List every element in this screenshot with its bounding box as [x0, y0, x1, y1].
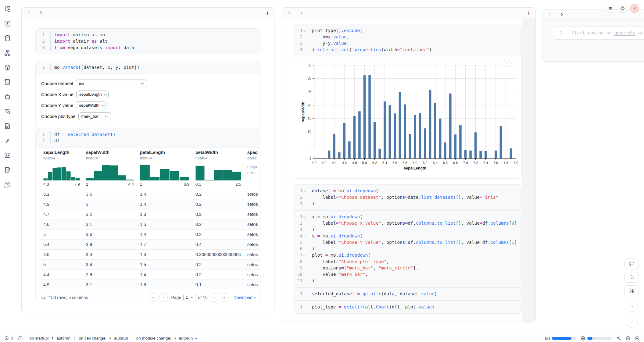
code-line[interactable]: 1x = mo.ui.dropdown(: [293, 214, 521, 220]
code-line[interactable]: 4y = mo.ui.dropdown(: [293, 233, 521, 239]
database-icon[interactable]: [2, 33, 13, 43]
function-icon[interactable]: [2, 18, 13, 29]
code-line[interactable]: 2 label="Choose X value", options=df.col…: [293, 220, 521, 226]
terminal-button[interactable]: [18, 336, 23, 341]
help-chat-icon[interactable]: [2, 179, 13, 190]
code-editor-encode[interactable]: 1plot_type().encode(2 x=x.value,3 y=y.va…: [293, 24, 521, 56]
code-line[interactable]: 9 options=["mark_bar", "mark_circle"],: [293, 265, 521, 271]
first-page-button[interactable]: «: [149, 293, 157, 301]
choose-y-value-select[interactable]: sepalWidth: [76, 102, 106, 109]
table-row[interactable]: 5.43.91.70.4setos: [40, 239, 260, 249]
run-button[interactable]: [626, 316, 638, 328]
command-shortcuts-button[interactable]: [624, 285, 639, 296]
fold-chevron-icon[interactable]: [303, 215, 306, 219]
prev-page-button[interactable]: ‹: [159, 293, 168, 301]
code-line[interactable]: 3): [293, 201, 521, 207]
table-row[interactable]: 53.61.40.2setos: [40, 229, 260, 239]
text-search-icon[interactable]: [2, 106, 13, 116]
table-row[interactable]: 4.931.40.2setos: [40, 199, 260, 209]
add-cell-button[interactable]: +: [266, 10, 269, 16]
empty-code-editor[interactable]: 1 Start coding or generate with: [553, 27, 644, 39]
next-page-button[interactable]: ›: [210, 293, 218, 301]
column-header-petalWidth[interactable]: petalWidthfloat640.12.5: [192, 150, 244, 187]
scroll-icon[interactable]: [2, 77, 13, 87]
table-row[interactable]: 53.41.50.2setos: [40, 259, 260, 269]
fold-chevron-icon[interactable]: [303, 29, 306, 32]
save-button[interactable]: [624, 258, 639, 269]
column-back-button[interactable]: [27, 11, 31, 15]
code-editor-imports[interactable]: 1import marimo as mo2import altair as al…: [36, 29, 260, 54]
code-line[interactable]: 8 label="Choose plot type",: [293, 258, 521, 265]
table-row[interactable]: 4.42.91.40.2setos: [40, 269, 260, 280]
code-editor-df[interactable]: 1df = selected_dataset()2df: [36, 128, 260, 147]
code-line[interactable]: 2 label="Choose dataset", options=data.l…: [293, 194, 521, 201]
code-line[interactable]: 10 value="mark_bar",: [293, 271, 521, 278]
column-forward-button[interactable]: [39, 11, 43, 15]
document-icon[interactable]: [2, 121, 13, 131]
package-icon[interactable]: [2, 62, 13, 73]
table-row[interactable]: 4.63.41.40.30000000000000004setos: [40, 249, 260, 259]
code-editor-xyplot-dropdowns[interactable]: 1x = mo.ui.dropdown(2 label="Choose X va…: [293, 211, 521, 287]
code-editor-dataset-dropdown[interactable]: 1dataset = mo.ui.dropdown(2 label="Choos…: [293, 185, 521, 210]
menu-button[interactable]: [606, 4, 615, 13]
code-line[interactable]: 1mo.vstack([dataset, x, y, plot]): [36, 64, 260, 71]
code-line[interactable]: 4).interactive().properties(width="conta…: [293, 47, 521, 53]
code-line[interactable]: 1dataset = mo.ui.dropdown(: [293, 188, 521, 194]
page-select[interactable]: 1: [183, 294, 196, 301]
code-line[interactable]: 7plot = mo.ui.dropdown(: [293, 252, 521, 258]
code-line[interactable]: 1plot_type = getattr(alt.Chart(df), plot…: [293, 304, 521, 310]
code-line[interactable]: 3from vega_datasets import data: [36, 45, 260, 51]
choose-dataset-select[interactable]: iris: [76, 80, 147, 87]
fold-chevron-icon[interactable]: [303, 234, 306, 238]
autorun-toggle[interactable]: on startup:autorun: [30, 336, 71, 340]
close-button[interactable]: [630, 4, 639, 13]
file-tree-icon[interactable]: [2, 4, 13, 14]
code-line[interactable]: 6): [293, 246, 521, 252]
notebook-pen-icon[interactable]: [2, 165, 13, 175]
table-row[interactable]: 4.63.11.50.2setos: [40, 219, 260, 229]
code-line[interactable]: 2 x=x.value,: [293, 34, 521, 40]
chart-menu-button[interactable]: [503, 59, 512, 67]
fold-chevron-icon[interactable]: [303, 189, 306, 193]
autorun-toggle[interactable]: on cell change:autorun: [79, 336, 128, 340]
column-forward-button[interactable]: [299, 11, 303, 15]
copilot-button[interactable]: [625, 336, 631, 341]
code-line[interactable]: 3): [293, 226, 521, 233]
cpu-usage[interactable]: [581, 336, 612, 341]
choose-x-value-select[interactable]: sepalLength: [76, 91, 109, 98]
code-line[interactable]: 1df = selected_dataset(): [36, 131, 260, 138]
column-header-sepalWidth[interactable]: sepalWidthfloat6424.4: [83, 150, 137, 187]
fold-chevron-icon[interactable]: [303, 254, 306, 257]
column-back-button[interactable]: [287, 11, 291, 15]
generate-link[interactable]: generate: [614, 30, 636, 35]
choose-plot-type-select[interactable]: mark_bar: [78, 112, 111, 120]
code-editor-plot-type[interactable]: 1plot_type = getattr(alt.Chart(df), plot…: [293, 301, 521, 313]
column-forward-button[interactable]: [560, 12, 564, 17]
table-row[interactable]: 5.13.51.40.2setos: [40, 189, 260, 199]
chatbot-icon[interactable]: [2, 91, 13, 102]
table-search-icon[interactable]: [41, 295, 46, 300]
errors-indicator[interactable]: 0: [4, 336, 13, 340]
code-line[interactable]: 5 label="Choose Y value", options=df.col…: [293, 239, 521, 246]
panel-scroll-gutter[interactable]: [522, 18, 535, 322]
autorun-toggle[interactable]: on module change:autorun: [136, 336, 198, 340]
download-button[interactable]: Download: [234, 295, 256, 300]
activity-icon[interactable]: [2, 135, 13, 146]
stop-button[interactable]: [626, 300, 638, 312]
memory-usage[interactable]: [545, 336, 576, 341]
code-line[interactable]: 2df: [36, 138, 260, 144]
code-line[interactable]: 2import altair as alt: [36, 38, 260, 45]
bar-chart[interactable]: 4.04.24.44.64.85.05.25.45.65.86.06.26.46…: [300, 61, 521, 174]
code-editor-vstack[interactable]: 1mo.vstack([dataset, x, y, plot]): [36, 61, 260, 74]
code-line[interactable]: 1selected_dataset = getattr(data, datase…: [293, 291, 521, 297]
code-editor-selected-dataset[interactable]: 1selected_dataset = getattr(data, datase…: [293, 288, 521, 300]
settings-gear-button[interactable]: [618, 4, 627, 13]
column-header-speci[interactable]: speciobjecuniqunulls:: [244, 150, 260, 187]
code-line[interactable]: 1plot_type().encode(: [293, 27, 521, 34]
code-line[interactable]: 1import marimo as mo: [36, 32, 260, 38]
sitemap-icon[interactable]: [2, 48, 13, 58]
code-block-icon[interactable]: [2, 150, 13, 160]
ai-sparkles-button[interactable]: [616, 336, 621, 341]
code-line[interactable]: 3 y=y.value,: [293, 40, 521, 47]
last-page-button[interactable]: »: [220, 293, 228, 301]
